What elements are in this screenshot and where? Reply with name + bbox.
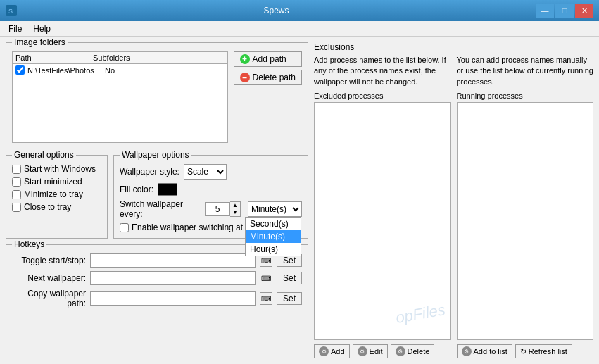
hotkeys-label: Hotkeys	[12, 239, 46, 249]
refresh-label: Refresh list	[529, 347, 567, 356]
wallpaper-options-label: Wallpaper options	[120, 150, 191, 160]
window-controls: — □ ✕	[536, 4, 593, 18]
add-to-list-icon: ⚙	[462, 346, 472, 356]
close-button[interactable]: ✕	[575, 4, 593, 18]
add-path-button[interactable]: + Add path	[234, 51, 302, 67]
window-title: Spews	[17, 6, 536, 15]
delete-label: Delete	[408, 347, 430, 356]
menu-file[interactable]: File	[3, 23, 27, 35]
switch-interval-input[interactable]	[205, 202, 230, 216]
title-bar: S Spews — □ ✕	[0, 0, 599, 21]
enable-switching-label: Enable wallpaper switching at star	[132, 222, 259, 232]
col-sub-header: Subfolders	[93, 54, 225, 62]
exclusions-label: Exclusions	[314, 42, 593, 52]
hotkey-copy-input[interactable]	[90, 291, 256, 306]
min-tray-checkbox[interactable]	[12, 190, 21, 199]
delete-icon: –	[240, 73, 250, 82]
running-list[interactable]	[457, 102, 594, 340]
hotkey-next-icon: ⌨	[260, 272, 272, 284]
wallpaper-style-label: Wallpaper style:	[120, 167, 179, 177]
maximize-button[interactable]: □	[555, 4, 574, 18]
wallpaper-style-select[interactable]: Scale Center Tile Stretch Fit Fill	[184, 164, 227, 180]
running-processes-box: Running processes ⚙ Add to list ↻ Refres…	[457, 92, 594, 358]
general-options-label: General options	[12, 150, 76, 160]
start-min-checkbox[interactable]	[12, 177, 21, 187]
row-checkbox[interactable]	[15, 65, 25, 75]
image-folders-group: Image folders Path Subfolders N:\TestFil…	[6, 42, 308, 149]
hotkey-toggle-input[interactable]	[90, 253, 256, 268]
excluded-list[interactable]	[314, 102, 451, 340]
folders-buttons: + Add path – Delete path	[234, 51, 302, 143]
option-min-tray[interactable]: Minimize to tray	[12, 189, 101, 199]
hotkey-copy-icon: ⌨	[260, 292, 272, 305]
svg-text:S: S	[8, 8, 13, 15]
close-tray-label: Close to tray	[24, 202, 71, 212]
hotkey-copy-set[interactable]: Set	[277, 292, 302, 305]
refresh-button[interactable]: ↻ Refresh list	[515, 344, 572, 358]
edit-process-button[interactable]: ⚙ Edit	[353, 344, 388, 358]
exclusions-desc1: Add process names to the list below. If …	[314, 55, 451, 87]
start-windows-checkbox[interactable]	[12, 165, 21, 174]
start-min-label: Start minimized	[24, 177, 82, 187]
delete-gear-icon: ⚙	[396, 346, 405, 356]
add-icon: +	[240, 54, 250, 64]
enable-switching-checkbox[interactable]	[120, 223, 129, 232]
time-unit-hours[interactable]: Hour(s)	[246, 243, 301, 256]
add-to-list-button[interactable]: ⚙ Add to list	[457, 344, 512, 358]
excluded-actions: ⚙ Add ⚙ Edit ⚙ Delete	[314, 344, 451, 358]
delete-path-button[interactable]: – Delete path	[234, 70, 302, 85]
add-label: Add	[331, 347, 345, 356]
delete-path-label: Delete path	[253, 73, 296, 82]
time-unit-select[interactable]: Second(s) Minute(s) Hour(s)	[248, 201, 302, 217]
wallpaper-options-group: Wallpaper options Wallpaper style: Scale…	[113, 155, 308, 239]
min-tray-label: Minimize to tray	[24, 189, 83, 199]
spinner-buttons: ▲ ▼	[230, 201, 241, 217]
time-unit-seconds[interactable]: Second(s)	[246, 218, 301, 230]
hotkey-toggle-label: Toggle start/stop:	[12, 256, 86, 265]
time-unit-dropdown[interactable]: Second(s) Minute(s) Hour(s) Second(s) Mi…	[245, 201, 302, 217]
hotkey-next-set[interactable]: Set	[277, 272, 302, 284]
excluded-processes-box: Excluded processes ⚙ Add ⚙ Edit ⚙ Delete	[314, 92, 451, 358]
time-unit-minutes[interactable]: Minute(s)	[246, 230, 301, 243]
app-icon: S	[6, 5, 17, 16]
exclusions-desc2: You can add process names manually or us…	[457, 55, 594, 87]
hotkey-copy: Copy wallpaper path: ⌨ Set	[12, 289, 302, 308]
menu-bar: File Help	[0, 21, 599, 37]
option-start-windows[interactable]: Start with Windows	[12, 164, 101, 174]
running-actions: ⚙ Add to list ↻ Refresh list	[457, 344, 594, 358]
edit-label: Edit	[370, 347, 383, 356]
time-unit-list[interactable]: Second(s) Minute(s) Hour(s)	[245, 217, 301, 256]
table-header: Path Subfolders	[13, 52, 227, 64]
col-path-header: Path	[15, 54, 93, 62]
add-gear-icon: ⚙	[319, 346, 329, 356]
row-path: N:\TestFiles\Photos	[27, 66, 105, 75]
add-path-label: Add path	[253, 54, 286, 64]
table-row[interactable]: N:\TestFiles\Photos No	[13, 64, 227, 76]
delete-process-button[interactable]: ⚙ Delete	[391, 344, 435, 358]
option-start-min[interactable]: Start minimized	[12, 177, 101, 187]
hotkey-next: Next wallpaper: ⌨ Set	[12, 271, 302, 285]
refresh-icon: ↻	[520, 347, 527, 356]
running-label: Running processes	[457, 92, 594, 100]
add-process-button[interactable]: ⚙ Add	[314, 344, 350, 358]
fill-color-picker[interactable]	[158, 183, 177, 196]
close-tray-checkbox[interactable]	[12, 203, 21, 212]
start-windows-label: Start with Windows	[24, 164, 96, 174]
edit-gear-icon: ⚙	[358, 346, 367, 356]
switch-every-label: Switch wallpaper every:	[120, 199, 201, 219]
hotkey-next-input[interactable]	[90, 271, 256, 285]
minimize-button[interactable]: —	[536, 4, 554, 18]
spinner-down[interactable]: ▼	[230, 209, 240, 216]
image-folders-label: Image folders	[12, 37, 68, 47]
process-lists: Excluded processes ⚙ Add ⚙ Edit ⚙ Delete	[314, 92, 593, 358]
option-close-tray[interactable]: Close to tray	[12, 202, 101, 212]
fill-color-label: Fill color:	[120, 184, 153, 194]
hotkey-copy-label: Copy wallpaper path:	[12, 289, 86, 308]
add-to-list-label: Add to list	[474, 347, 507, 356]
folders-table[interactable]: Path Subfolders N:\TestFiles\Photos No	[12, 51, 228, 143]
menu-help[interactable]: Help	[27, 23, 56, 35]
excluded-label: Excluded processes	[314, 92, 451, 100]
general-options-group: General options Start with Windows Start…	[6, 155, 108, 239]
hotkey-next-label: Next wallpaper:	[12, 273, 86, 283]
spinner-up[interactable]: ▲	[230, 202, 240, 209]
